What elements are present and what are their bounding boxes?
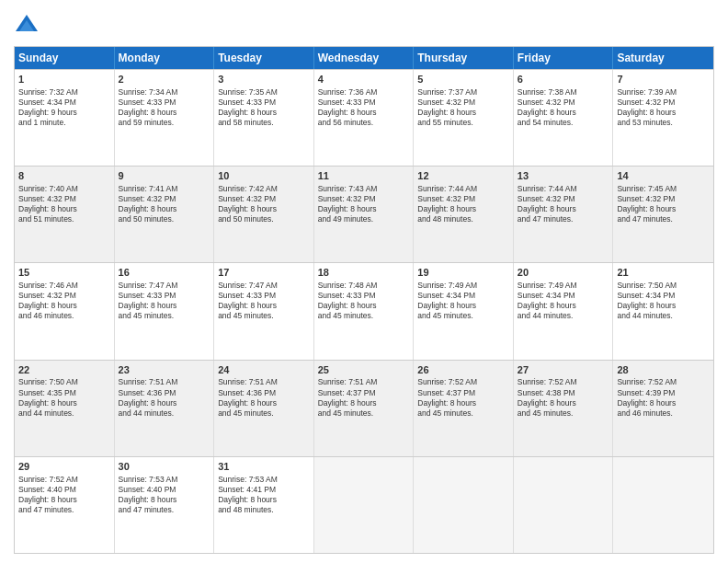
day-number: 13: [518, 169, 609, 183]
day-number: 19: [417, 266, 509, 280]
day-number: 15: [18, 266, 110, 280]
header-day-saturday: Saturday: [613, 47, 713, 69]
day-info: Sunrise: 7:47 AMSunset: 4:33 PMDaylight:…: [218, 281, 310, 321]
day-number: 10: [218, 169, 310, 183]
header-day-thursday: Thursday: [414, 47, 514, 69]
day-number: 29: [18, 460, 110, 474]
day-cell-5: 5Sunrise: 7:37 AMSunset: 4:32 PMDaylight…: [414, 70, 514, 166]
day-number: 18: [318, 266, 410, 280]
day-cell-30: 30Sunrise: 7:53 AMSunset: 4:40 PMDayligh…: [115, 457, 215, 553]
empty-cell: [613, 457, 713, 553]
day-cell-29: 29Sunrise: 7:52 AMSunset: 4:40 PMDayligh…: [15, 457, 115, 553]
day-number: 31: [218, 460, 310, 474]
day-number: 7: [617, 73, 710, 86]
day-cell-20: 20Sunrise: 7:49 AMSunset: 4:34 PMDayligh…: [514, 263, 614, 359]
day-info: Sunrise: 7:49 AMSunset: 4:34 PMDaylight:…: [417, 281, 509, 321]
day-number: 25: [318, 363, 410, 377]
day-info: Sunrise: 7:49 AMSunset: 4:34 PMDaylight:…: [518, 281, 609, 321]
day-number: 24: [218, 363, 310, 377]
day-cell-4: 4Sunrise: 7:36 AMSunset: 4:33 PMDaylight…: [314, 70, 415, 166]
day-cell-23: 23Sunrise: 7:51 AMSunset: 4:36 PMDayligh…: [115, 361, 215, 456]
calendar-row-1: 8Sunrise: 7:40 AMSunset: 4:32 PMDaylight…: [15, 166, 713, 262]
day-number: 11: [318, 169, 410, 183]
day-info: Sunrise: 7:44 AMSunset: 4:32 PMDaylight:…: [417, 184, 509, 224]
day-cell-27: 27Sunrise: 7:52 AMSunset: 4:38 PMDayligh…: [514, 361, 614, 456]
day-cell-8: 8Sunrise: 7:40 AMSunset: 4:32 PMDaylight…: [15, 167, 115, 262]
day-info: Sunrise: 7:50 AMSunset: 4:34 PMDaylight:…: [617, 281, 710, 321]
day-info: Sunrise: 7:42 AMSunset: 4:32 PMDaylight:…: [218, 184, 310, 224]
day-number: 5: [417, 73, 509, 86]
calendar-row-3: 22Sunrise: 7:50 AMSunset: 4:35 PMDayligh…: [15, 360, 713, 456]
header-day-sunday: Sunday: [15, 47, 115, 69]
header-day-friday: Friday: [514, 47, 614, 69]
day-cell-21: 21Sunrise: 7:50 AMSunset: 4:34 PMDayligh…: [613, 263, 713, 359]
day-cell-12: 12Sunrise: 7:44 AMSunset: 4:32 PMDayligh…: [414, 167, 514, 262]
day-cell-9: 9Sunrise: 7:41 AMSunset: 4:32 PMDaylight…: [115, 167, 215, 262]
day-number: 2: [119, 73, 210, 86]
day-number: 1: [18, 73, 110, 86]
day-cell-24: 24Sunrise: 7:51 AMSunset: 4:36 PMDayligh…: [214, 361, 314, 456]
logo: [14, 13, 43, 39]
day-info: Sunrise: 7:51 AMSunset: 4:37 PMDaylight:…: [318, 377, 410, 418]
logo-icon: [14, 13, 40, 39]
day-number: 23: [119, 363, 210, 377]
day-info: Sunrise: 7:41 AMSunset: 4:32 PMDaylight:…: [119, 184, 210, 224]
day-cell-11: 11Sunrise: 7:43 AMSunset: 4:32 PMDayligh…: [314, 167, 415, 262]
day-info: Sunrise: 7:52 AMSunset: 4:38 PMDaylight:…: [518, 377, 609, 418]
day-cell-28: 28Sunrise: 7:52 AMSunset: 4:39 PMDayligh…: [613, 361, 713, 456]
day-info: Sunrise: 7:53 AMSunset: 4:41 PMDaylight:…: [218, 475, 310, 515]
day-info: Sunrise: 7:35 AMSunset: 4:33 PMDaylight:…: [218, 87, 310, 128]
page: SundayMondayTuesdayWednesdayThursdayFrid…: [0, 0, 728, 563]
day-info: Sunrise: 7:47 AMSunset: 4:33 PMDaylight:…: [119, 281, 210, 321]
day-info: Sunrise: 7:32 AMSunset: 4:34 PMDaylight:…: [18, 87, 110, 128]
day-info: Sunrise: 7:43 AMSunset: 4:32 PMDaylight:…: [318, 184, 410, 224]
day-cell-15: 15Sunrise: 7:46 AMSunset: 4:32 PMDayligh…: [15, 263, 115, 359]
day-number: 16: [119, 266, 210, 280]
day-info: Sunrise: 7:38 AMSunset: 4:32 PMDaylight:…: [518, 87, 609, 128]
day-cell-3: 3Sunrise: 7:35 AMSunset: 4:33 PMDaylight…: [214, 70, 314, 166]
day-info: Sunrise: 7:34 AMSunset: 4:33 PMDaylight:…: [119, 87, 210, 128]
day-info: Sunrise: 7:45 AMSunset: 4:32 PMDaylight:…: [617, 184, 710, 224]
day-cell-10: 10Sunrise: 7:42 AMSunset: 4:32 PMDayligh…: [214, 167, 314, 262]
day-info: Sunrise: 7:46 AMSunset: 4:32 PMDaylight:…: [18, 281, 110, 321]
day-cell-13: 13Sunrise: 7:44 AMSunset: 4:32 PMDayligh…: [514, 167, 614, 262]
day-info: Sunrise: 7:48 AMSunset: 4:33 PMDaylight:…: [318, 281, 410, 321]
day-info: Sunrise: 7:51 AMSunset: 4:36 PMDaylight:…: [119, 377, 210, 418]
day-cell-31: 31Sunrise: 7:53 AMSunset: 4:41 PMDayligh…: [214, 457, 314, 553]
day-cell-6: 6Sunrise: 7:38 AMSunset: 4:32 PMDaylight…: [514, 70, 614, 166]
day-info: Sunrise: 7:39 AMSunset: 4:32 PMDaylight:…: [617, 87, 710, 128]
day-number: 6: [518, 73, 609, 86]
header-day-tuesday: Tuesday: [214, 47, 314, 69]
day-cell-1: 1Sunrise: 7:32 AMSunset: 4:34 PMDaylight…: [15, 70, 115, 166]
day-number: 9: [119, 169, 210, 183]
day-number: 12: [417, 169, 509, 183]
day-cell-14: 14Sunrise: 7:45 AMSunset: 4:32 PMDayligh…: [613, 167, 713, 262]
empty-cell: [414, 457, 514, 553]
day-cell-25: 25Sunrise: 7:51 AMSunset: 4:37 PMDayligh…: [314, 361, 415, 456]
day-cell-17: 17Sunrise: 7:47 AMSunset: 4:33 PMDayligh…: [214, 263, 314, 359]
day-cell-26: 26Sunrise: 7:52 AMSunset: 4:37 PMDayligh…: [414, 361, 514, 456]
day-number: 26: [417, 363, 509, 377]
calendar-header-row: SundayMondayTuesdayWednesdayThursdayFrid…: [15, 47, 713, 69]
day-number: 21: [617, 266, 710, 280]
day-cell-2: 2Sunrise: 7:34 AMSunset: 4:33 PMDaylight…: [115, 70, 215, 166]
day-number: 22: [18, 363, 110, 377]
empty-cell: [314, 457, 415, 553]
day-info: Sunrise: 7:53 AMSunset: 4:40 PMDaylight:…: [119, 475, 210, 515]
day-number: 8: [18, 169, 110, 183]
calendar-body: 1Sunrise: 7:32 AMSunset: 4:34 PMDaylight…: [15, 69, 713, 553]
calendar: SundayMondayTuesdayWednesdayThursdayFrid…: [14, 46, 714, 554]
header-day-monday: Monday: [115, 47, 215, 69]
day-number: 4: [318, 73, 410, 86]
day-info: Sunrise: 7:52 AMSunset: 4:40 PMDaylight:…: [18, 475, 110, 515]
day-info: Sunrise: 7:52 AMSunset: 4:39 PMDaylight:…: [617, 377, 710, 418]
day-info: Sunrise: 7:52 AMSunset: 4:37 PMDaylight:…: [417, 377, 509, 418]
empty-cell: [514, 457, 614, 553]
day-cell-16: 16Sunrise: 7:47 AMSunset: 4:33 PMDayligh…: [115, 263, 215, 359]
day-number: 20: [518, 266, 609, 280]
day-number: 17: [218, 266, 310, 280]
day-number: 30: [119, 460, 210, 474]
header: [14, 9, 714, 39]
day-number: 27: [518, 363, 609, 377]
day-cell-22: 22Sunrise: 7:50 AMSunset: 4:35 PMDayligh…: [15, 361, 115, 456]
